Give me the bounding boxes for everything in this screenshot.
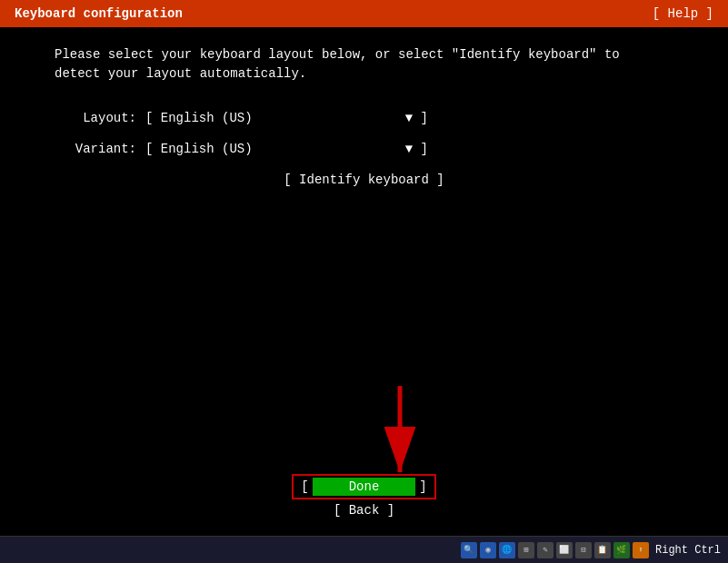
variant-label: Variant: [55, 142, 136, 156]
main-content: Please select your keyboard layout below… [0, 27, 728, 232]
variant-row: Variant: [ English (US) ▼ ] [55, 142, 673, 156]
back-button[interactable]: [ Back ] [334, 503, 394, 518]
done-label: Done [313, 478, 416, 496]
layout-value: [ English (US) ▼ ] [145, 111, 428, 125]
taskbar-icon-2[interactable]: ◉ [480, 542, 496, 558]
variant-dropdown[interactable]: [ English (US) ▼ ] [145, 142, 428, 156]
layout-row: Layout: [ English (US) ▼ ] [55, 111, 673, 125]
taskbar-icon-4[interactable]: ⊞ [518, 542, 534, 558]
taskbar-icon-5[interactable]: ✎ [537, 542, 553, 558]
identify-keyboard-button[interactable]: [ Identify keyboard ] [55, 173, 673, 187]
taskbar: 🔍 ◉ 🌐 ⊞ ✎ ⬜ ⊟ 📋 🌿 ⬆ Right Ctrl [0, 536, 728, 563]
description-text: Please select your keyboard layout below… [55, 45, 673, 84]
title-bar: Keyboard configuration [ Help ] [0, 0, 728, 27]
taskbar-icon-9[interactable]: 🌿 [613, 542, 630, 558]
help-button[interactable]: [ Help ] [653, 6, 713, 21]
taskbar-icon-7[interactable]: ⊟ [575, 542, 592, 558]
buttons-area: [ Done ] [ Back ] [0, 474, 728, 518]
layout-dropdown[interactable]: [ English (US) ▼ ] [145, 111, 428, 125]
taskbar-icon-6[interactable]: ⬜ [556, 542, 573, 558]
window-title: Keyboard configuration [15, 6, 183, 21]
taskbar-icon-10[interactable]: ⬆ [633, 542, 649, 558]
taskbar-icon-3[interactable]: 🌐 [499, 542, 515, 558]
taskbar-icon-1[interactable]: 🔍 [461, 542, 477, 558]
layout-label: Layout: [55, 111, 136, 125]
right-ctrl-label: Right Ctrl [655, 544, 721, 557]
done-bracket-open: [ [301, 479, 308, 494]
done-button[interactable]: [ Done ] [292, 474, 435, 499]
taskbar-icon-8[interactable]: 📋 [594, 542, 611, 558]
done-bracket-close: ] [419, 479, 426, 494]
variant-value: [ English (US) ▼ ] [145, 142, 428, 156]
